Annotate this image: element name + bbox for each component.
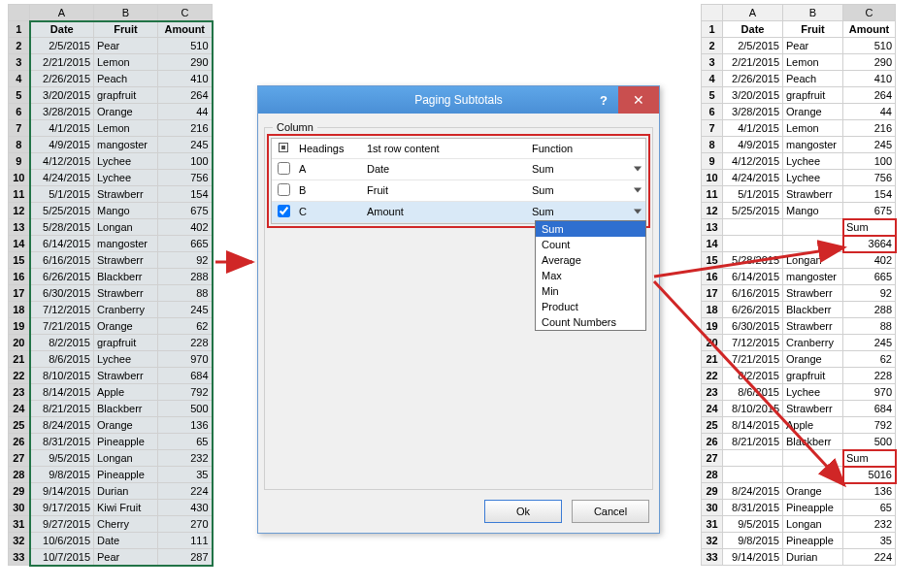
date-cell[interactable]: 6/14/2015	[723, 269, 783, 285]
amount-cell[interactable]: 500	[158, 401, 213, 417]
row-header[interactable]: 9	[702, 153, 723, 170]
fruit-cell[interactable]: Lychee	[94, 170, 158, 186]
amount-cell[interactable]: 111	[158, 533, 213, 549]
date-cell[interactable]: 2/26/2015	[30, 71, 94, 87]
fruit-cell[interactable]	[783, 467, 843, 483]
date-cell[interactable]: 4/24/2015	[30, 170, 94, 186]
close-icon[interactable]: ✕	[618, 86, 659, 114]
include-checkbox[interactable]	[278, 205, 290, 217]
fruit-cell[interactable]: Pear	[94, 38, 158, 54]
function-option[interactable]: Count Numbers	[536, 314, 645, 330]
fruit-cell[interactable]: grapfruit	[94, 335, 158, 351]
fruit-cell[interactable]: Longan	[94, 450, 158, 467]
row-header[interactable]: 33	[702, 549, 723, 566]
amount-cell[interactable]: 92	[158, 252, 213, 269]
date-cell[interactable]	[723, 219, 783, 236]
corner-cell[interactable]	[702, 5, 723, 21]
date-cell[interactable]: 9/14/2015	[30, 483, 94, 500]
fruit-cell[interactable]: Cranberry	[783, 335, 843, 351]
checkbox-header[interactable]	[272, 139, 295, 158]
amount-cell[interactable]: 3664	[843, 236, 896, 252]
date-cell[interactable]: 4/9/2015	[30, 137, 94, 153]
amount-cell[interactable]: 100	[158, 153, 213, 170]
row-header[interactable]: 12	[9, 203, 30, 219]
fruit-cell[interactable]: Blackberr	[94, 269, 158, 285]
fruit-cell[interactable]: Strawberr	[783, 318, 843, 335]
date-cell[interactable]: 2/5/2015	[30, 38, 94, 54]
fruit-cell[interactable]: Strawberr	[94, 285, 158, 302]
date-cell[interactable]: 6/14/2015	[30, 236, 94, 252]
fruit-cell[interactable]: Durian	[783, 549, 843, 566]
row-header[interactable]: 20	[9, 335, 30, 351]
date-cell[interactable]: 8/14/2015	[723, 417, 783, 434]
fruit-cell[interactable]: Lychee	[783, 153, 843, 170]
row-header[interactable]: 13	[702, 219, 723, 236]
function-header[interactable]: Function	[528, 139, 645, 158]
amount-cell[interactable]: 100	[843, 153, 896, 170]
date-cell[interactable]: 8/2/2015	[30, 335, 94, 351]
date-cell[interactable]: 4/1/2015	[30, 120, 94, 137]
fruit-cell[interactable]: Orange	[94, 417, 158, 434]
fruit-cell[interactable]: mangoster	[94, 236, 158, 252]
header-amount[interactable]: Amount	[843, 21, 896, 38]
amount-cell[interactable]: 288	[843, 302, 896, 318]
date-cell[interactable]: 5/28/2015	[723, 252, 783, 269]
fruit-cell[interactable]: Lychee	[783, 170, 843, 186]
amount-cell[interactable]: 35	[158, 467, 213, 483]
amount-cell[interactable]: 62	[843, 351, 896, 368]
amount-cell[interactable]: 245	[158, 302, 213, 318]
date-cell[interactable]	[723, 467, 783, 483]
date-cell[interactable]	[723, 450, 783, 467]
date-cell[interactable]: 4/24/2015	[723, 170, 783, 186]
header-date[interactable]: Date	[723, 21, 783, 38]
fruit-cell[interactable]: Peach	[783, 71, 843, 87]
row-header[interactable]: 8	[702, 137, 723, 153]
fruit-cell[interactable]: Orange	[94, 318, 158, 335]
row-header[interactable]: 10	[702, 170, 723, 186]
amount-cell[interactable]: 224	[843, 549, 896, 566]
amount-cell[interactable]: 500	[843, 434, 896, 450]
amount-cell[interactable]: 675	[158, 203, 213, 219]
fruit-cell[interactable]: Cranberry	[94, 302, 158, 318]
date-cell[interactable]: 9/5/2015	[30, 450, 94, 467]
amount-cell[interactable]: 216	[843, 120, 896, 137]
amount-cell[interactable]: 430	[158, 500, 213, 516]
date-cell[interactable]: 9/5/2015	[723, 516, 783, 533]
fruit-cell[interactable]: Lychee	[94, 351, 158, 368]
date-cell[interactable]: 2/26/2015	[723, 71, 783, 87]
row-header[interactable]: 24	[702, 401, 723, 417]
date-cell[interactable]: 8/31/2015	[30, 434, 94, 450]
date-cell[interactable]: 4/9/2015	[723, 137, 783, 153]
left-spreadsheet[interactable]: A B C 1 Date Fruit Amount 22/5/2015Pear5…	[8, 4, 214, 567]
cancel-button[interactable]: Cancel	[572, 500, 649, 523]
amount-cell[interactable]: 665	[158, 236, 213, 252]
amount-cell[interactable]: 88	[158, 285, 213, 302]
ok-button[interactable]: Ok	[484, 500, 562, 523]
amount-cell[interactable]: 792	[158, 384, 213, 401]
fruit-cell[interactable]: Lychee	[783, 384, 843, 401]
include-checkbox[interactable]	[278, 162, 290, 175]
row-header[interactable]: 1	[702, 21, 723, 38]
fruit-cell[interactable]: Strawberr	[94, 186, 158, 203]
date-cell[interactable]: 4/12/2015	[30, 153, 94, 170]
date-cell[interactable]: 7/21/2015	[30, 318, 94, 335]
date-cell[interactable]: 6/16/2015	[723, 285, 783, 302]
date-cell[interactable]: 8/10/2015	[30, 368, 94, 384]
date-cell[interactable]: 4/1/2015	[723, 120, 783, 137]
amount-cell[interactable]: 288	[158, 269, 213, 285]
amount-cell[interactable]: 245	[843, 335, 896, 351]
row-header[interactable]: 15	[702, 252, 723, 269]
row-header[interactable]: 30	[702, 500, 723, 516]
amount-cell[interactable]: 290	[843, 54, 896, 71]
headings-header[interactable]: Headings	[295, 139, 363, 158]
content-cell[interactable]: Fruit	[363, 180, 528, 201]
date-cell[interactable]: 8/24/2015	[723, 483, 783, 500]
date-cell[interactable]: 2/21/2015	[723, 54, 783, 71]
row-header[interactable]: 28	[9, 467, 30, 483]
amount-cell[interactable]: 792	[843, 417, 896, 434]
fruit-cell[interactable]: Longan	[783, 252, 843, 269]
col-header-C[interactable]: C	[158, 5, 213, 21]
fruit-cell[interactable]	[783, 450, 843, 467]
fruit-cell[interactable]: mangoster	[783, 137, 843, 153]
date-cell[interactable]: 5/1/2015	[723, 186, 783, 203]
